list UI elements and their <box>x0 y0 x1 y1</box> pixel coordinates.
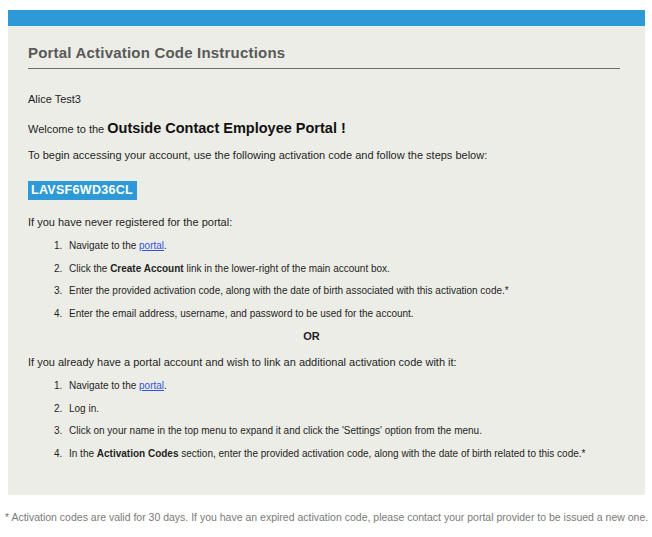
recipient-name: Alice Test3 <box>28 93 620 105</box>
step-item: Enter the provided activation code, alon… <box>65 285 620 298</box>
activation-code-row: LAVSF6WD36CL <box>28 180 620 200</box>
text-segment: Log in. <box>69 403 99 414</box>
welcome-prefix: Welcome to the <box>28 123 107 135</box>
page-title: Portal Activation Code Instructions <box>28 44 620 61</box>
text-segment: . <box>164 240 167 251</box>
email-body-panel: Portal Activation Code Instructions Alic… <box>8 26 645 495</box>
text-segment: Click the <box>69 263 110 274</box>
intro-text: To begin accessing your account, use the… <box>28 149 620 161</box>
existing-user-steps-list: Navigate to the portal.Log in.Click on y… <box>28 380 620 460</box>
text-segment: Click on your name in the top menu to ex… <box>69 425 482 436</box>
text-segment: Enter the provided activation code, alon… <box>69 285 509 296</box>
step-item: Click on your name in the top menu to ex… <box>65 425 620 438</box>
step-item: Enter the email address, username, and p… <box>65 308 620 321</box>
expiry-footnote: * Activation codes are valid for 30 days… <box>5 511 652 523</box>
bold-text: Activation Codes <box>97 448 179 459</box>
step-item: Click the Create Account link in the low… <box>65 263 620 276</box>
bold-text: Create Account <box>110 263 184 274</box>
text-segment: . <box>164 380 167 391</box>
welcome-line: Welcome to the Outside Contact Employee … <box>28 120 620 136</box>
text-segment: link in the lower-right of the main acco… <box>184 263 390 274</box>
portal-link[interactable]: portal <box>139 380 164 391</box>
step-item: In the Activation Codes section, enter t… <box>65 448 620 461</box>
email-header-accent-bar <box>8 10 645 26</box>
text-segment: In the <box>69 448 97 459</box>
activation-code-value[interactable]: LAVSF6WD36CL <box>28 181 137 200</box>
portal-name: Outside Contact Employee Portal ! <box>107 120 346 136</box>
portal-link[interactable]: portal <box>139 240 164 251</box>
existing-user-lead: If you already have a portal account and… <box>28 356 620 368</box>
text-segment: Navigate to the <box>69 240 139 251</box>
or-divider: OR <box>28 330 595 342</box>
step-item: Navigate to the portal. <box>65 240 620 253</box>
step-item: Log in. <box>65 403 620 416</box>
text-segment: section, enter the provided activation c… <box>179 448 586 459</box>
title-divider <box>28 68 620 69</box>
new-user-lead: If you have never registered for the por… <box>28 216 620 228</box>
text-segment: Navigate to the <box>69 380 139 391</box>
step-item: Navigate to the portal. <box>65 380 620 393</box>
text-segment: Enter the email address, username, and p… <box>69 308 414 319</box>
new-user-steps-list: Navigate to the portal.Click the Create … <box>28 240 620 320</box>
